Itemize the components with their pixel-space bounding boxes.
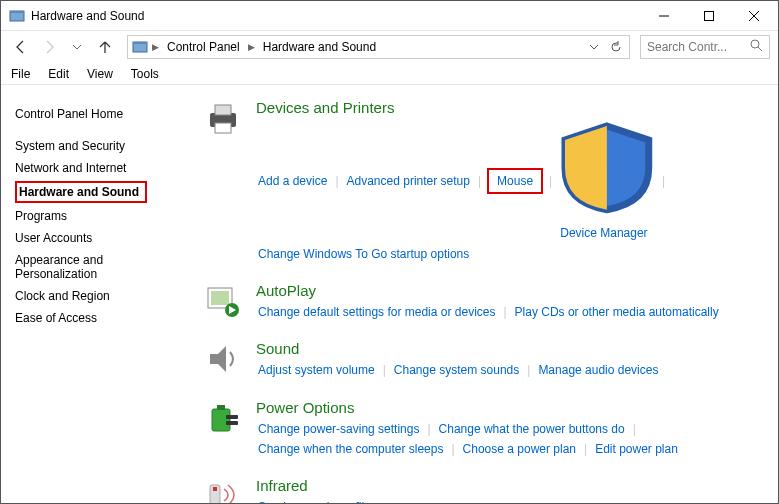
sidebar-item-system[interactable]: System and Security <box>15 135 186 157</box>
chevron-right-icon[interactable]: ▶ <box>152 42 159 52</box>
link-play-cds[interactable]: Play CDs or other media automatically <box>513 302 721 322</box>
control-panel-icon <box>9 8 25 24</box>
up-button[interactable] <box>93 35 117 59</box>
svg-rect-7 <box>133 42 147 44</box>
menu-edit[interactable]: Edit <box>46 65 71 83</box>
link-volume[interactable]: Adjust system volume <box>256 360 377 380</box>
refresh-button[interactable] <box>607 38 625 56</box>
link-system-sounds[interactable]: Change system sounds <box>392 360 521 380</box>
svg-line-9 <box>758 47 762 51</box>
link-edit-plan[interactable]: Edit power plan <box>593 439 680 459</box>
category-infrared: Infrared Send or receive a file <box>204 477 768 503</box>
link-device-manager[interactable]: Device Manager <box>558 119 656 244</box>
svg-rect-21 <box>213 487 217 491</box>
battery-icon <box>204 399 242 437</box>
svg-rect-3 <box>704 11 713 20</box>
sidebar-item-clock[interactable]: Clock and Region <box>15 285 186 307</box>
category-title[interactable]: AutoPlay <box>256 282 768 299</box>
body: Control Panel Home System and Security N… <box>1 85 778 503</box>
menu-file[interactable]: File <box>9 65 32 83</box>
svg-rect-12 <box>215 123 231 133</box>
sidebar-item-appearance[interactable]: Appearance and Personalization <box>15 249 145 285</box>
sidebar: Control Panel Home System and Security N… <box>1 85 196 503</box>
minimize-button[interactable] <box>641 2 686 30</box>
printer-icon <box>204 99 242 137</box>
autoplay-icon <box>204 282 242 320</box>
link-printer-setup[interactable]: Advanced printer setup <box>345 171 472 191</box>
menu-tools[interactable]: Tools <box>129 65 161 83</box>
category-devices: Devices and Printers Add a device| Advan… <box>204 99 768 264</box>
link-audio-devices[interactable]: Manage audio devices <box>536 360 660 380</box>
svg-rect-19 <box>226 421 238 425</box>
forward-button[interactable] <box>37 35 61 59</box>
chevron-right-icon[interactable]: ▶ <box>248 42 255 52</box>
window: Hardware and Sound ▶ Control Panel ▶ Har… <box>0 0 779 504</box>
svg-rect-17 <box>217 405 225 410</box>
category-sound: Sound Adjust system volume| Change syste… <box>204 340 768 380</box>
window-buttons <box>641 2 776 30</box>
link-send-receive[interactable]: Send or receive a file <box>256 497 373 503</box>
svg-rect-18 <box>226 415 238 419</box>
titlebar: Hardware and Sound <box>1 1 778 31</box>
address-bar: ▶ Control Panel ▶ Hardware and Sound Sea… <box>1 31 778 63</box>
sidebar-item-users[interactable]: User Accounts <box>15 227 186 249</box>
content: Devices and Printers Add a device| Advan… <box>196 85 778 503</box>
link-power-buttons[interactable]: Change what the power buttons do <box>437 419 627 439</box>
category-autoplay: AutoPlay Change default settings for med… <box>204 282 768 322</box>
highlight-active: Hardware and Sound <box>15 181 147 203</box>
address-dropdown[interactable] <box>585 38 603 56</box>
back-button[interactable] <box>9 35 33 59</box>
infrared-icon <box>204 477 242 503</box>
link-power-saving[interactable]: Change power-saving settings <box>256 419 421 439</box>
window-title: Hardware and Sound <box>31 9 641 23</box>
category-title[interactable]: Power Options <box>256 399 768 416</box>
sidebar-item-programs[interactable]: Programs <box>15 205 186 227</box>
link-sleep[interactable]: Change when the computer sleeps <box>256 439 445 459</box>
link-choose-plan[interactable]: Choose a power plan <box>461 439 578 459</box>
category-power: Power Options Change power-saving settin… <box>204 399 768 460</box>
category-title[interactable]: Sound <box>256 340 768 357</box>
highlight-mouse: Mouse <box>487 168 543 194</box>
svg-point-8 <box>751 40 759 48</box>
sidebar-item-network[interactable]: Network and Internet <box>15 157 186 179</box>
category-title[interactable]: Devices and Printers <box>256 99 768 116</box>
breadcrumb-box[interactable]: ▶ Control Panel ▶ Hardware and Sound <box>127 35 630 59</box>
search-input[interactable]: Search Contr... <box>640 35 770 59</box>
sidebar-item-ease[interactable]: Ease of Access <box>15 307 186 329</box>
menubar: File Edit View Tools <box>1 63 778 85</box>
control-panel-icon <box>132 39 148 55</box>
speaker-icon <box>204 340 242 378</box>
sidebar-item-hardware[interactable]: Hardware and Sound <box>19 185 139 199</box>
sidebar-home[interactable]: Control Panel Home <box>15 103 186 125</box>
close-button[interactable] <box>731 2 776 30</box>
svg-rect-1 <box>10 11 24 13</box>
breadcrumb-current[interactable]: Hardware and Sound <box>259 38 380 56</box>
category-title[interactable]: Infrared <box>256 477 768 494</box>
link-autoplay-defaults[interactable]: Change default settings for media or dev… <box>256 302 497 322</box>
shield-icon <box>558 206 656 220</box>
link-mouse[interactable]: Mouse <box>495 174 535 188</box>
svg-rect-14 <box>211 291 229 305</box>
link-add-device[interactable]: Add a device <box>256 171 329 191</box>
maximize-button[interactable] <box>686 2 731 30</box>
svg-rect-11 <box>215 105 231 115</box>
search-placeholder: Search Contr... <box>647 40 744 54</box>
breadcrumb-root[interactable]: Control Panel <box>163 38 244 56</box>
recent-dropdown[interactable] <box>65 35 89 59</box>
link-windows-to-go[interactable]: Change Windows To Go startup options <box>256 244 471 264</box>
search-icon <box>750 39 763 55</box>
svg-rect-16 <box>212 409 230 431</box>
menu-view[interactable]: View <box>85 65 115 83</box>
